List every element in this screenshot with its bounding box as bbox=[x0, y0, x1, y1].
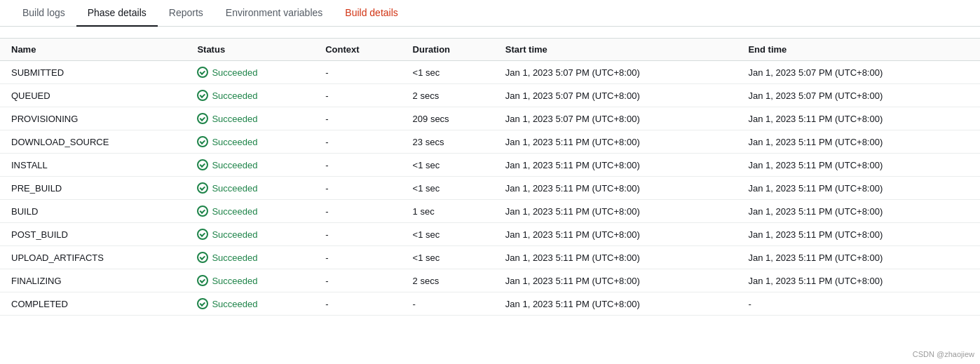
cell-status: Succeeded bbox=[186, 107, 314, 130]
table-row: POST_BUILDSucceeded-<1 secJan 1, 2023 5:… bbox=[0, 223, 980, 246]
cell-status: Succeeded bbox=[186, 223, 314, 246]
cell-status: Succeeded bbox=[186, 61, 314, 84]
cell-status: Succeeded bbox=[186, 246, 314, 269]
status-text: Succeeded bbox=[212, 90, 257, 101]
cell-end-time: Jan 1, 2023 5:11 PM (UTC+8:00) bbox=[737, 223, 980, 246]
tab-phase-details[interactable]: Phase details bbox=[76, 0, 158, 27]
cell-context: - bbox=[314, 61, 401, 84]
status-text: Succeeded bbox=[212, 183, 257, 194]
cell-name: UPLOAD_ARTIFACTS bbox=[0, 246, 186, 269]
cell-end-time: Jan 1, 2023 5:07 PM (UTC+8:00) bbox=[737, 84, 980, 107]
cell-context: - bbox=[314, 154, 401, 177]
cell-start-time: Jan 1, 2023 5:11 PM (UTC+8:00) bbox=[494, 292, 737, 316]
cell-context: - bbox=[314, 130, 401, 154]
table-row: PRE_BUILDSucceeded-<1 secJan 1, 2023 5:1… bbox=[0, 177, 980, 200]
col-header-end-time: End time bbox=[737, 39, 980, 61]
cell-status: Succeeded bbox=[186, 269, 314, 292]
cell-start-time: Jan 1, 2023 5:11 PM (UTC+8:00) bbox=[494, 154, 737, 177]
cell-duration: 1 sec bbox=[402, 200, 494, 223]
table-row: INSTALLSucceeded-<1 secJan 1, 2023 5:11 … bbox=[0, 154, 980, 177]
cell-start-time: Jan 1, 2023 5:07 PM (UTC+8:00) bbox=[494, 107, 737, 130]
cell-status: Succeeded bbox=[186, 200, 314, 223]
cell-end-time: Jan 1, 2023 5:07 PM (UTC+8:00) bbox=[737, 61, 980, 84]
status-text: Succeeded bbox=[212, 299, 257, 309]
status-text: Succeeded bbox=[212, 160, 257, 170]
col-header-start-time: Start time bbox=[494, 39, 737, 61]
status-text: Succeeded bbox=[212, 229, 257, 240]
cell-end-time: Jan 1, 2023 5:11 PM (UTC+8:00) bbox=[737, 177, 980, 200]
succeeded-icon bbox=[197, 229, 208, 240]
cell-context: - bbox=[314, 269, 401, 292]
cell-status: Succeeded bbox=[186, 130, 314, 154]
table-row: QUEUEDSucceeded-2 secsJan 1, 2023 5:07 P… bbox=[0, 84, 980, 107]
cell-name: BUILD bbox=[0, 200, 186, 223]
cell-name: PRE_BUILD bbox=[0, 177, 186, 200]
cell-name: INSTALL bbox=[0, 154, 186, 177]
cell-start-time: Jan 1, 2023 5:07 PM (UTC+8:00) bbox=[494, 61, 737, 84]
cell-end-time: Jan 1, 2023 5:11 PM (UTC+8:00) bbox=[737, 154, 980, 177]
table-row: BUILDSucceeded-1 secJan 1, 2023 5:11 PM … bbox=[0, 200, 980, 223]
cell-name: POST_BUILD bbox=[0, 223, 186, 246]
cell-context: - bbox=[314, 246, 401, 269]
cell-duration: 209 secs bbox=[402, 107, 494, 130]
table-row: DOWNLOAD_SOURCESucceeded-23 secsJan 1, 2… bbox=[0, 130, 980, 154]
status-text: Succeeded bbox=[212, 137, 257, 147]
table-row: UPLOAD_ARTIFACTSSucceeded-<1 secJan 1, 2… bbox=[0, 246, 980, 269]
cell-context: - bbox=[314, 200, 401, 223]
cell-context: - bbox=[314, 177, 401, 200]
table-row: PROVISIONINGSucceeded-209 secsJan 1, 202… bbox=[0, 107, 980, 130]
cell-duration: 23 secs bbox=[402, 130, 494, 154]
cell-start-time: Jan 1, 2023 5:11 PM (UTC+8:00) bbox=[494, 130, 737, 154]
cell-duration: <1 sec bbox=[402, 246, 494, 269]
cell-context: - bbox=[314, 223, 401, 246]
table-row: FINALIZINGSucceeded-2 secsJan 1, 2023 5:… bbox=[0, 269, 980, 292]
cell-context: - bbox=[314, 107, 401, 130]
succeeded-icon bbox=[197, 113, 208, 124]
succeeded-icon bbox=[197, 252, 208, 263]
status-text: Succeeded bbox=[212, 276, 257, 286]
cell-name: SUBMITTED bbox=[0, 61, 186, 84]
table-row: COMPLETEDSucceeded--Jan 1, 2023 5:11 PM … bbox=[0, 292, 980, 316]
phase-details-table: NameStatusContextDurationStart timeEnd t… bbox=[0, 38, 980, 316]
col-header-name: Name bbox=[0, 39, 186, 61]
phase-details-table-container: NameStatusContextDurationStart timeEnd t… bbox=[0, 27, 980, 327]
cell-duration: 2 secs bbox=[402, 269, 494, 292]
cell-start-time: Jan 1, 2023 5:11 PM (UTC+8:00) bbox=[494, 223, 737, 246]
cell-end-time: Jan 1, 2023 5:11 PM (UTC+8:00) bbox=[737, 107, 980, 130]
succeeded-icon bbox=[197, 298, 208, 309]
table-body: SUBMITTEDSucceeded-<1 secJan 1, 2023 5:0… bbox=[0, 61, 980, 316]
tab-reports[interactable]: Reports bbox=[158, 0, 215, 27]
succeeded-icon bbox=[197, 136, 208, 147]
status-text: Succeeded bbox=[212, 114, 257, 124]
cell-duration: <1 sec bbox=[402, 223, 494, 246]
cell-end-time: - bbox=[737, 292, 980, 316]
cell-start-time: Jan 1, 2023 5:11 PM (UTC+8:00) bbox=[494, 200, 737, 223]
cell-name: COMPLETED bbox=[0, 292, 186, 316]
succeeded-icon bbox=[197, 205, 208, 217]
tab-build-details[interactable]: Build details bbox=[334, 0, 409, 27]
succeeded-icon bbox=[197, 275, 208, 286]
cell-start-time: Jan 1, 2023 5:11 PM (UTC+8:00) bbox=[494, 269, 737, 292]
tab-environment-variables[interactable]: Environment variables bbox=[215, 0, 334, 27]
cell-duration: 2 secs bbox=[402, 84, 494, 107]
cell-name: PROVISIONING bbox=[0, 107, 186, 130]
col-header-context: Context bbox=[314, 39, 401, 61]
cell-status: Succeeded bbox=[186, 292, 314, 316]
cell-end-time: Jan 1, 2023 5:11 PM (UTC+8:00) bbox=[737, 130, 980, 154]
cell-duration: <1 sec bbox=[402, 154, 494, 177]
cell-name: QUEUED bbox=[0, 84, 186, 107]
tab-build-logs[interactable]: Build logs bbox=[11, 0, 76, 27]
cell-end-time: Jan 1, 2023 5:11 PM (UTC+8:00) bbox=[737, 200, 980, 223]
table-header-row: NameStatusContextDurationStart timeEnd t… bbox=[0, 39, 980, 61]
cell-name: FINALIZING bbox=[0, 269, 186, 292]
cell-start-time: Jan 1, 2023 5:07 PM (UTC+8:00) bbox=[494, 84, 737, 107]
cell-context: - bbox=[314, 84, 401, 107]
cell-end-time: Jan 1, 2023 5:11 PM (UTC+8:00) bbox=[737, 269, 980, 292]
succeeded-icon bbox=[197, 182, 208, 194]
cell-status: Succeeded bbox=[186, 154, 314, 177]
tabs-container: Build logsPhase detailsReportsEnvironmen… bbox=[0, 0, 980, 27]
cell-name: DOWNLOAD_SOURCE bbox=[0, 130, 186, 154]
cell-duration: <1 sec bbox=[402, 177, 494, 200]
tabs-nav: Build logsPhase detailsReportsEnvironmen… bbox=[0, 0, 980, 27]
cell-duration: - bbox=[402, 292, 494, 316]
